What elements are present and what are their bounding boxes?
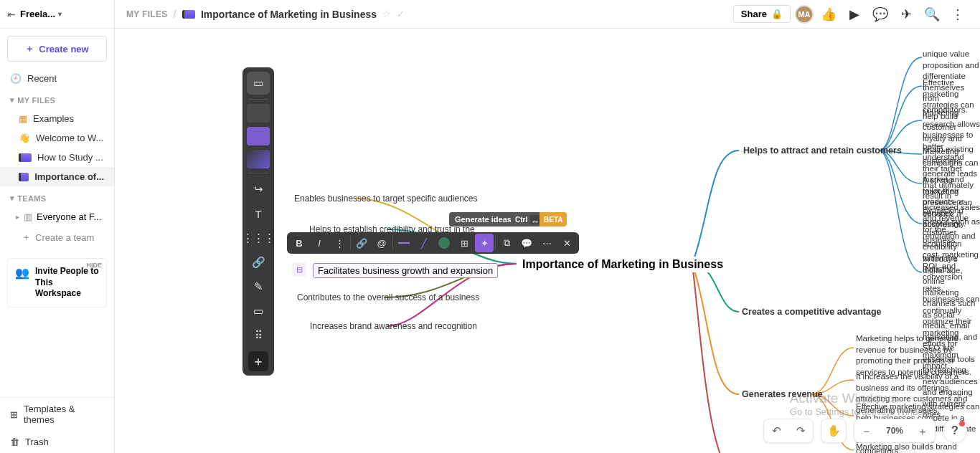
ctx-more[interactable]: ⋯ (537, 234, 556, 252)
file-item-importance[interactable]: Importance of... (0, 167, 114, 186)
ctx-comment[interactable]: 💬 (517, 234, 536, 252)
divider (248, 99, 268, 100)
ctx-bold[interactable]: B (290, 234, 308, 252)
workspace-name: Freela... (20, 9, 55, 19)
templates-link[interactable]: ⊞ Templates & themes (0, 398, 114, 431)
invite-card[interactable]: HIDE 👥 Invite People to This Workspace (7, 258, 107, 307)
chevron-down-icon: ▾ (58, 10, 62, 18)
thumb-slide-1[interactable] (247, 104, 270, 123)
recent-label: Recent (27, 73, 57, 84)
recent-link[interactable]: 🕘 Recent (0, 69, 114, 88)
breadcrumb-separator: / (174, 8, 176, 21)
divider (392, 236, 393, 250)
vertical-toolbar: ▭ ↪ T ⋮⋮⋮ 🔗 ✎ ▭ ⠿ ＋ (242, 67, 274, 376)
chevron-right-icon: ▸ (16, 213, 19, 221)
check-icon[interactable]: ✓ (397, 9, 405, 19)
send-icon[interactable]: ✈ (895, 4, 917, 25)
tool-link[interactable]: 🔗 (247, 251, 270, 274)
mindmap-canvas[interactable]: ▭ ↪ T ⋮⋮⋮ 🔗 ✎ ▭ ⠿ ＋ Generate ideas Ctrl … (115, 29, 980, 453)
mindmap-node[interactable]: Enables businesses to target specific au… (294, 194, 478, 204)
zoom-group: − 70% + (854, 419, 936, 443)
topbar-right: Share 🔒 MA 👍 ▶ 💬 ✈ 🔍 ⋮ (733, 4, 969, 25)
mindmap-node[interactable]: Contributes to the overall success of a … (297, 292, 479, 302)
divider (350, 236, 351, 250)
ctx-close[interactable]: ✕ (557, 234, 576, 252)
search-icon[interactable]: 🔍 (921, 4, 943, 25)
tool-frame[interactable]: ▭ (247, 300, 270, 323)
star-icon[interactable]: ☆ (382, 9, 391, 19)
file-item-welcome[interactable]: 👋 Welcome to W... (0, 128, 114, 148)
tool-presentation[interactable]: ▭ (247, 72, 270, 95)
ctx-italic[interactable]: I (310, 234, 329, 252)
mindmap-center-node[interactable]: Importance of Marketing in Business (518, 257, 727, 272)
team-item-everyone[interactable]: ▸ ▥ Everyone at F... (0, 207, 114, 226)
present-icon[interactable]: ▶ (844, 4, 865, 25)
thumb-slide-3[interactable] (247, 150, 270, 168)
section-text: MY FILES (17, 96, 55, 105)
invite-hide-button[interactable]: HIDE (86, 262, 102, 269)
tool-grid[interactable]: ⋮⋮⋮ (247, 226, 270, 249)
windows-watermark: Activate Windows Go to Settings to activ… (790, 391, 937, 417)
sidebar-header: ⇤ Freela... ▾ (0, 0, 114, 29)
hand-tool-button[interactable]: ✋ (821, 419, 846, 443)
redo-button[interactable]: ↷ (788, 419, 813, 443)
mindmap-subnode[interactable]: Marketing also builds brand awareness, w… (856, 442, 980, 453)
create-team-button[interactable]: ＋ Create a team (0, 226, 114, 248)
tool-pen[interactable]: ✎ (247, 275, 270, 298)
bottom-controls: ↶ ↷ ✋ − 70% + ? (763, 419, 967, 443)
presentation-icon (19, 153, 32, 162)
tool-more[interactable]: ⠿ (247, 324, 270, 347)
breadcrumb-root[interactable]: MY FILES (126, 9, 168, 19)
ctx-node-color[interactable] (435, 234, 453, 252)
collapse-sidebar-icon[interactable]: ⇤ (7, 9, 16, 20)
ctx-mention[interactable]: @ (372, 234, 391, 252)
comments-icon[interactable]: 💬 (870, 4, 891, 25)
page-title[interactable]: Importance of Marketing in Business (201, 9, 377, 20)
thumbs-up-icon[interactable]: 👍 (818, 4, 839, 25)
ctx-branch-color[interactable] (395, 234, 413, 252)
ctx-branch-style[interactable]: ╱ (415, 234, 433, 252)
help-button[interactable]: ? (943, 419, 967, 443)
ctrl-label: Ctrl (515, 216, 527, 224)
trash-link[interactable]: 🗑 Trash (0, 431, 114, 453)
divider (495, 236, 496, 250)
my-files-section-label[interactable]: ▾ MY FILES (0, 88, 114, 109)
tool-add[interactable]: ＋ (248, 351, 268, 371)
team-label: Everyone at F... (37, 211, 101, 222)
more-icon[interactable]: ⋮ (947, 4, 969, 25)
avatar[interactable]: MA (795, 5, 814, 24)
left-sidebar: ⇤ Freela... ▾ ＋ Create new 🕘 Recent ▾ MY… (0, 0, 115, 453)
workspace-selector[interactable]: Freela... ▾ (20, 9, 62, 19)
node-drag-handle[interactable]: ⊟ (292, 262, 306, 277)
invite-title: Invite People to This Workspace (35, 266, 99, 300)
ctx-more-text[interactable]: ⋮ (330, 234, 349, 252)
mindmap-node-selected[interactable]: Facilitates business growth and expansio… (313, 263, 498, 278)
undo-button[interactable]: ↶ (764, 419, 788, 443)
ctx-ai-generate[interactable]: ✦ (475, 234, 494, 252)
file-item-examples[interactable]: ▦ Examples (0, 109, 114, 128)
ctx-duplicate[interactable]: ⧉ (497, 234, 516, 252)
tool-text[interactable]: T (247, 202, 270, 225)
mindmap-node[interactable]: Helps to attract and retain customers (743, 146, 902, 156)
tool-arrow[interactable]: ↪ (247, 178, 270, 201)
create-new-button[interactable]: ＋ Create new (7, 36, 107, 62)
zoom-out-button[interactable]: − (854, 419, 879, 443)
file-item-study[interactable]: How to Study ... (0, 148, 114, 167)
generate-ideas-tooltip: Generate ideas (449, 212, 517, 226)
trash-icon: 🗑 (10, 437, 19, 447)
teams-section-label[interactable]: ▾ TEAMS (0, 186, 114, 207)
mindmap-node[interactable]: Creates a competitive advantage (742, 307, 882, 317)
notification-dot (959, 421, 965, 426)
zoom-level[interactable]: 70% (879, 426, 910, 436)
thumb-slide-2[interactable] (247, 127, 270, 146)
share-button[interactable]: Share 🔒 (733, 5, 791, 23)
create-team-label: Create a team (35, 232, 94, 243)
ctx-link[interactable]: 🔗 (352, 234, 371, 252)
mindmap-node[interactable]: Increases brand awareness and recognitio… (310, 321, 477, 331)
zoom-in-button[interactable]: + (910, 419, 935, 443)
lock-icon: 🔒 (771, 9, 783, 19)
file-label: Examples (33, 113, 74, 124)
examples-icon: ▦ (19, 113, 27, 124)
ctx-layout[interactable]: ⊞ (455, 234, 473, 252)
wave-icon: 👋 (19, 133, 30, 143)
